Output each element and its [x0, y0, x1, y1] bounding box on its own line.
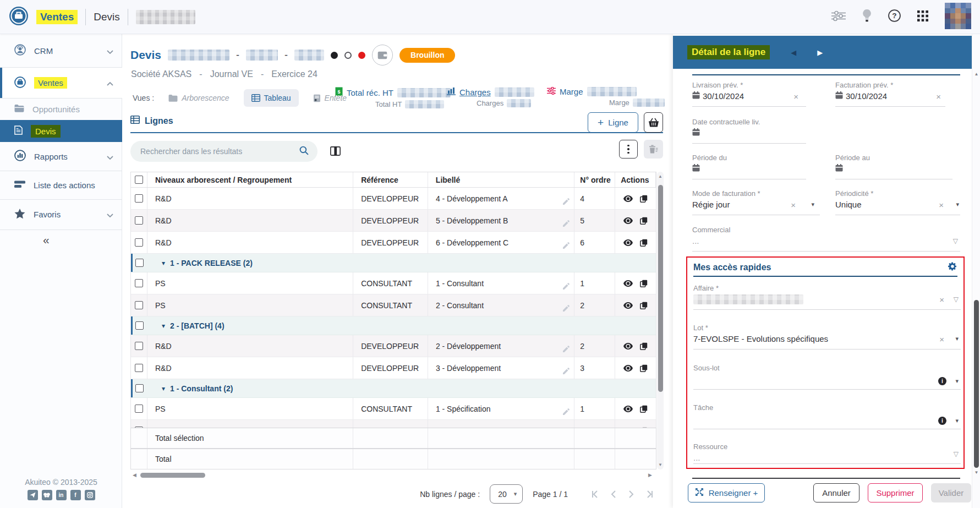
clear-field-icon[interactable]: × — [793, 92, 798, 101]
view-eye-icon[interactable] — [623, 217, 633, 224]
sidebar-item-crm[interactable]: CRM — [0, 34, 122, 67]
per-page-select[interactable]: 20 ▾ — [490, 484, 523, 504]
sidebar-item-devis[interactable]: Devis — [0, 120, 122, 142]
row-checkbox[interactable] — [135, 301, 143, 309]
butterfly-icon[interactable] — [42, 490, 52, 500]
hscroll-thumb[interactable] — [140, 473, 205, 478]
dropdown-icon[interactable]: ▾ — [811, 201, 814, 208]
help-icon[interactable]: ? — [888, 9, 901, 24]
info-icon[interactable] — [938, 377, 946, 385]
column-picker-icon[interactable] — [330, 146, 341, 158]
scroll-down-icon[interactable]: ▼ — [972, 470, 980, 475]
dropdown-icon[interactable]: ▾ — [955, 417, 959, 424]
view-eye-icon[interactable] — [623, 406, 633, 412]
topbar-app-name[interactable]: Ventes — [36, 10, 78, 24]
select-all-checkbox[interactable] — [135, 176, 143, 184]
field-value[interactable]: 30/10/2024 — [703, 91, 744, 101]
table-row[interactable]: R&DDEVELOPPEUR2 - Développement2 — [131, 335, 656, 357]
scroll-up-icon[interactable]: ▲ — [657, 174, 664, 179]
renseigner-button[interactable]: Renseigner + — [688, 483, 765, 502]
dropdown-outline-icon[interactable]: ▽ — [954, 296, 959, 303]
edit-pencil-icon[interactable] — [563, 367, 570, 376]
view-eye-icon[interactable] — [623, 239, 633, 246]
sidebar-item-opportunites[interactable]: Opportunités — [0, 98, 122, 120]
row-checkbox[interactable] — [135, 384, 144, 392]
clear-field-icon[interactable]: × — [791, 200, 796, 210]
scroll-down-icon[interactable]: ▼ — [657, 462, 664, 467]
collapse-triangle-icon[interactable]: ▾ — [162, 385, 165, 392]
sidebar-item-favoris[interactable]: Favoris — [0, 199, 122, 230]
table-row[interactable]: PSCONSULTANT1 - Consultant1 — [131, 272, 656, 294]
collapse-triangle-icon[interactable]: ▾ — [162, 322, 165, 330]
stat-label charges-link[interactable]: Charges — [459, 88, 491, 97]
field-value[interactable]: Unique — [835, 200, 862, 209]
clear-field-icon[interactable]: × — [936, 92, 941, 101]
table-row[interactable]: R&DDEVELOPPEUR3 - Développement3 — [131, 357, 656, 379]
calendar-icon[interactable] — [835, 91, 843, 101]
edit-pencil-icon[interactable] — [563, 282, 570, 291]
basket-button[interactable] — [644, 112, 663, 133]
avatar[interactable] — [945, 3, 971, 31]
field-value[interactable]: 30/10/2024 — [846, 91, 887, 101]
last-page-icon[interactable] — [645, 490, 655, 499]
collapse-triangle-icon[interactable]: ▾ — [162, 259, 165, 267]
add-line-button[interactable]: + Ligne — [588, 112, 638, 133]
row-checkbox[interactable] — [135, 321, 144, 330]
table-row[interactable]: PSCONSULTANT2 - Spécification2 — [131, 420, 656, 428]
annuler-button[interactable]: Annuler — [813, 483, 859, 502]
duplicate-icon[interactable] — [640, 405, 648, 413]
edit-pencil-icon[interactable] — [563, 304, 570, 313]
next-page-icon[interactable] — [627, 490, 635, 499]
duplicate-icon[interactable] — [640, 342, 648, 350]
column-header-ordre[interactable]: N° ordre — [574, 172, 615, 187]
row-checkbox[interactable] — [135, 342, 143, 350]
row-checkbox[interactable] — [135, 194, 143, 203]
next-line-icon[interactable]: ▶ — [817, 48, 823, 57]
prev-page-icon[interactable] — [610, 490, 617, 499]
dropdown-outline-icon[interactable]: ▽ — [954, 450, 959, 458]
duplicate-icon[interactable] — [640, 239, 648, 247]
calendar-icon[interactable] — [692, 91, 700, 101]
table-group-row[interactable]: ▾1 - Consultant (2) — [131, 379, 656, 398]
linkedin-icon[interactable]: in — [56, 490, 67, 500]
calendar-icon[interactable] — [692, 164, 700, 173]
topbar-module-name[interactable]: Devis — [94, 11, 120, 23]
search-input[interactable] — [140, 147, 299, 156]
clear-field-icon[interactable]: × — [939, 200, 944, 210]
sidebar-item-ventes[interactable]: Ventes — [0, 68, 122, 98]
column-header-reference[interactable]: Référence — [353, 172, 428, 187]
view-arborescence[interactable]: Arborescence — [168, 94, 229, 102]
row-checkbox[interactable] — [135, 279, 143, 287]
instagram-icon[interactable] — [85, 490, 95, 500]
valider-button-disabled[interactable]: Valider — [931, 483, 971, 502]
view-tableau[interactable]: Tableau — [244, 89, 299, 107]
calendar-icon[interactable] — [692, 128, 700, 138]
table-group-row[interactable]: ▾2 - [BATCH] (4) — [131, 316, 656, 335]
supprimer-button[interactable]: Supprimer — [868, 483, 923, 502]
paper-plane-icon[interactable] — [28, 490, 38, 500]
dropdown-icon[interactable]: ▾ — [955, 335, 959, 342]
field-value[interactable]: Régie jour — [692, 200, 730, 209]
clear-field-icon[interactable]: × — [939, 335, 944, 344]
table-row[interactable]: R&DDEVELOPPEUR4 - Développement A4 — [131, 188, 656, 210]
column-header-libelle[interactable]: Libellé — [428, 172, 574, 187]
table-row[interactable]: PSCONSULTANT2 - Consultant2 — [131, 294, 656, 316]
scroll-up-icon[interactable]: ▲ — [972, 72, 980, 77]
row-checkbox[interactable] — [135, 405, 143, 413]
sidebar-item-rapports[interactable]: Rapports — [0, 142, 122, 171]
calendar-icon[interactable] — [835, 164, 843, 173]
duplicate-icon[interactable] — [640, 195, 648, 203]
dropdown-icon[interactable]: ▾ — [955, 378, 959, 385]
facebook-icon[interactable]: f — [70, 490, 81, 500]
field-value[interactable]: 7-EVOLSPE - Evolutions spécifiques — [693, 334, 828, 343]
table-vertical-scrollbar[interactable]: ▲ ▼ — [657, 172, 664, 469]
akuiteo-logo-icon[interactable] — [9, 6, 29, 28]
duplicate-icon[interactable] — [640, 217, 648, 225]
duplicate-icon[interactable] — [640, 364, 648, 372]
sidebar-collapse-button[interactable]: « — [43, 233, 50, 247]
edit-pencil-icon[interactable] — [563, 408, 570, 417]
view-eye-icon[interactable] — [623, 195, 633, 202]
edit-pencil-icon[interactable] — [563, 345, 570, 354]
lightbulb-icon[interactable] — [862, 9, 872, 24]
row-checkbox[interactable] — [135, 259, 144, 267]
